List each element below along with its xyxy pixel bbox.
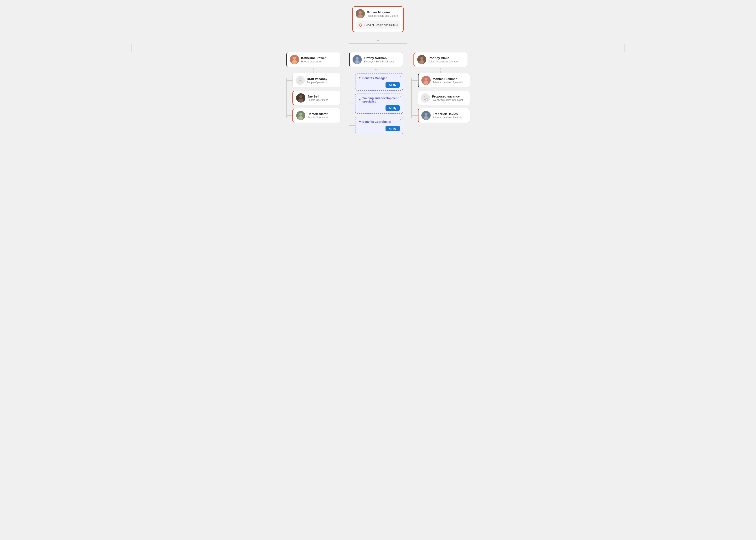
damon-slater-role: People Operations — [307, 116, 328, 119]
frederick-davies-avatar — [421, 111, 431, 120]
svg-point-12 — [299, 78, 301, 80]
proposed-vacancy-name: Proposed vacancy — [432, 94, 463, 98]
katherine-chevron: ∧ — [312, 68, 314, 70]
root-card[interactable]: Grover Mcguire Head of People and Cultur… — [352, 6, 404, 32]
tiffany-col: Tiffany Norman Employee Benefits Directo… — [349, 52, 403, 134]
svg-point-29 — [423, 81, 429, 85]
svg-point-25 — [420, 57, 423, 60]
katherine-card[interactable]: Katherine Power People Operations — [286, 52, 340, 67]
rodney-role: Talent Acquisition Manager — [429, 60, 458, 63]
svg-point-23 — [355, 60, 360, 64]
damon-slater-row: Damon Slater People Operations — [286, 108, 340, 123]
svg-point-22 — [356, 57, 359, 60]
root-role: Head of People and Culture — [367, 14, 398, 17]
monica-hickman-avatar — [421, 76, 431, 85]
jae-bell-card[interactable]: Jae Bell People Operations — [292, 91, 340, 105]
benefits-manager-title: Benefits Manager — [362, 76, 387, 80]
coordinator-sparkle: ✦ — [358, 120, 361, 124]
rodney-avatar — [417, 55, 426, 64]
damon-slater-name: Damon Slater — [307, 112, 328, 116]
root-down-line — [378, 32, 378, 39]
frederick-davies-role: Talent Acquisition Specialist — [433, 116, 463, 119]
root-avatar — [356, 9, 365, 18]
training-specialist-card[interactable]: × ✦ Training and development specialist … — [355, 93, 403, 114]
benefits-coordinator-title: Benefits Coordinator — [362, 120, 391, 123]
tiffany-children: × ✦ Benefits Manager Apply — [349, 73, 403, 134]
benefits-manager-row: × ✦ Benefits Manager Apply — [349, 73, 403, 91]
benefits-manager-card[interactable]: × ✦ Benefits Manager Apply — [355, 73, 403, 91]
draft-avatar — [295, 76, 305, 85]
rodney-col: Rodney Blake Talent Acquisition Manager … — [411, 52, 470, 123]
svg-point-30 — [424, 96, 426, 98]
training-specialist-close[interactable]: × — [399, 95, 401, 98]
svg-point-16 — [299, 95, 302, 98]
katherine-col: Katherine Power People Operations ∧ — [286, 52, 340, 123]
frederick-davies-card[interactable]: Frederick Davies Talent Acquisition Spec… — [418, 108, 470, 123]
jae-bell-avatar — [296, 93, 305, 102]
damon-slater-avatar — [296, 111, 305, 120]
tiffany-avatar — [353, 55, 362, 64]
katherine-name: Katherine Power — [301, 56, 326, 60]
benefits-coordinator-card[interactable]: × ✦ Benefits Coordinator Apply — [355, 117, 403, 134]
svg-point-34 — [425, 113, 427, 116]
proposed-avatar: ? — [421, 93, 430, 102]
benefits-manager-apply[interactable]: Apply — [385, 82, 400, 88]
monica-hickman-row: Monica Hickman Talent Acquisition Specia… — [411, 73, 470, 88]
tiffany-chevron: ∧ — [375, 68, 377, 70]
monica-hickman-role: Talent Acquisition Specialist — [433, 81, 463, 84]
benefits-coordinator-apply[interactable]: Apply — [385, 126, 400, 131]
root-sub-role: Head of People and Culture — [365, 23, 398, 27]
rodney-name: Rodney Blake — [429, 56, 458, 60]
level2-area: Katherine Power People Operations ∧ — [4, 44, 752, 134]
svg-text:?: ? — [426, 98, 427, 100]
svg-point-10 — [293, 57, 296, 60]
frederick-davies-name: Frederick Davies — [433, 112, 463, 116]
jae-bell-role: People Operations — [307, 98, 328, 101]
svg-point-20 — [298, 116, 303, 120]
katherine-role: People Operations — [301, 60, 326, 63]
svg-point-1 — [359, 11, 362, 14]
svg-point-19 — [299, 113, 302, 116]
root-name: Grover Mcguire — [367, 10, 398, 14]
rodney-children: Monica Hickman Talent Acquisition Specia… — [411, 73, 470, 123]
svg-point-26 — [419, 60, 424, 64]
tiffany-card[interactable]: Tiffany Norman Employee Benefits Directo… — [349, 52, 403, 67]
root-down-line2 — [378, 41, 378, 44]
monica-hickman-card[interactable]: Monica Hickman Talent Acquisition Specia… — [418, 73, 470, 88]
damon-slater-card[interactable]: Damon Slater People Operations — [292, 108, 340, 123]
svg-point-28 — [425, 78, 427, 80]
root-sub-role-box: Head of People and Culture — [356, 21, 400, 29]
katherine-children: Draft vacancy People Operations — [286, 73, 340, 123]
training-sparkle: ✦ — [358, 98, 361, 102]
training-specialist-apply[interactable]: Apply — [385, 105, 400, 111]
root-chevron: ∧ — [377, 39, 379, 41]
draft-vacancy-name: Draft vacancy — [307, 77, 327, 80]
jae-bell-name: Jae Bell — [307, 94, 328, 98]
proposed-vacancy-card[interactable]: ? Proposed vacancy Talent Acquisition Sp… — [418, 91, 470, 105]
training-specialist-title: Training and development specialist — [362, 96, 400, 103]
diamond-icon — [358, 23, 363, 27]
benefits-coordinator-row: × ✦ Benefits Coordinator Apply — [349, 117, 403, 134]
benefits-sparkle: ✦ — [358, 76, 361, 80]
frederick-davies-row: Frederick Davies Talent Acquisition Spec… — [411, 108, 470, 123]
training-specialist-row: × ✦ Training and development specialist … — [349, 93, 403, 114]
katherine-avatar — [290, 55, 299, 64]
tiffany-role: Employee Benefits Director — [364, 60, 394, 63]
org-chart: Grover Mcguire Head of People and Cultur… — [4, 6, 752, 134]
draft-vacancy-card[interactable]: Draft vacancy People Operations — [292, 73, 340, 88]
svg-point-11 — [292, 60, 297, 64]
benefits-coordinator-close[interactable]: × — [399, 118, 401, 121]
rodney-chevron: ∧ — [440, 68, 442, 70]
level2-row: Katherine Power People Operations ∧ — [4, 44, 752, 134]
proposed-vacancy-row: ? Proposed vacancy Talent Acquisition Sp… — [411, 91, 470, 105]
tiffany-name: Tiffany Norman — [364, 56, 394, 60]
rodney-card[interactable]: Rodney Blake Talent Acquisition Manager — [413, 52, 468, 67]
jae-bell-row: Jae Bell People Operations — [286, 91, 340, 105]
draft-vacancy-row: Draft vacancy People Operations — [286, 73, 340, 88]
draft-vacancy-role: People Operations — [307, 81, 327, 84]
benefits-manager-close[interactable]: × — [399, 75, 401, 78]
svg-point-17 — [298, 98, 303, 102]
monica-hickman-name: Monica Hickman — [433, 77, 463, 80]
proposed-vacancy-role: Talent Acquisition Specialist — [432, 98, 463, 101]
svg-point-2 — [358, 14, 363, 18]
